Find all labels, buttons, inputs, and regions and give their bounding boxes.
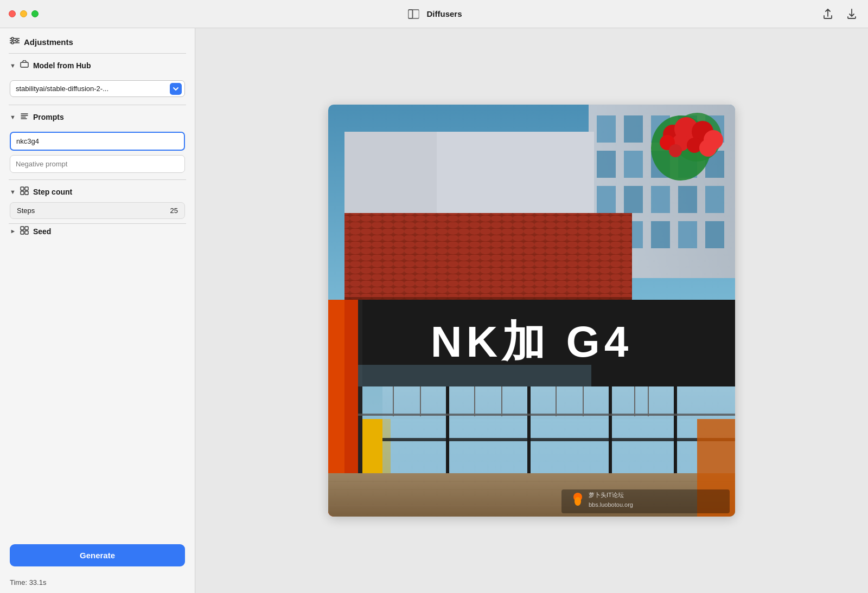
traffic-lights <box>9 10 39 17</box>
step-count-chevron-icon: ▼ <box>10 189 16 195</box>
svg-rect-48 <box>651 221 670 248</box>
svg-rect-12 <box>21 62 28 67</box>
generate-button[interactable]: Generate <box>10 544 185 566</box>
svg-rect-64 <box>344 213 632 300</box>
svg-rect-0 <box>408 10 412 18</box>
negative-prompt-input[interactable] <box>10 155 185 173</box>
prompts-icon <box>20 112 29 122</box>
model-selector-container: stabilityai/stable-diffusion-2-...runway… <box>0 80 195 105</box>
svg-rect-78 <box>358 414 735 416</box>
svg-rect-37 <box>624 151 643 178</box>
sidebar-toggle-button[interactable] <box>406 7 421 21</box>
svg-text:NK加 G4: NK加 G4 <box>431 318 633 366</box>
svg-text:萝卜头IT论坛: 萝卜头IT论坛 <box>589 492 624 498</box>
svg-rect-44 <box>678 186 697 213</box>
svg-point-59 <box>699 139 717 157</box>
prompts-collapsible-header[interactable]: ▼ Prompts <box>10 112 185 122</box>
svg-rect-24 <box>25 231 28 234</box>
model-select-wrapper: stabilityai/stable-diffusion-2-...runway… <box>10 80 185 97</box>
svg-rect-19 <box>21 191 24 195</box>
model-select[interactable]: stabilityai/stable-diffusion-2-...runway… <box>10 80 185 97</box>
sidebar: Adjustments ▼ Model from Hub stabilityai… <box>0 28 195 593</box>
seed-section-title: Seed <box>33 227 51 236</box>
steps-row: Steps 25 <box>10 202 185 219</box>
download-icon <box>846 8 857 20</box>
model-chevron-icon: ▼ <box>10 62 16 69</box>
svg-rect-50 <box>705 221 724 248</box>
step-count-icon <box>20 186 29 197</box>
step-count-section-title: Step count <box>33 188 72 196</box>
svg-point-61 <box>669 144 682 157</box>
prompt-input[interactable] <box>10 132 185 151</box>
svg-rect-32 <box>624 115 643 143</box>
seed-chevron-icon: ▼ <box>9 228 16 234</box>
sidebar-toggle-icon <box>408 9 419 19</box>
svg-rect-20 <box>25 191 28 195</box>
svg-rect-1 <box>408 10 419 18</box>
svg-rect-41 <box>597 186 616 213</box>
main-layout: Adjustments ▼ Model from Hub stabilityai… <box>0 28 868 593</box>
svg-rect-31 <box>597 115 616 143</box>
titlebar: Diffusers <box>0 0 868 28</box>
prompts-inputs <box>0 132 195 179</box>
adjustments-header: Adjustments <box>0 28 195 53</box>
sidebar-spacer <box>0 248 195 536</box>
svg-rect-18 <box>25 187 28 190</box>
seed-icon <box>20 226 29 236</box>
step-count-collapsible-header[interactable]: ▼ Step count <box>10 186 185 197</box>
svg-point-5 <box>11 42 14 44</box>
svg-rect-22 <box>25 227 28 230</box>
svg-point-3 <box>11 37 14 40</box>
generated-image: NK加 G4 <box>328 105 735 517</box>
share-button[interactable] <box>820 6 835 22</box>
seed-group: ▼ Seed <box>0 224 195 248</box>
minimize-button[interactable] <box>20 10 27 17</box>
titlebar-actions <box>820 6 859 22</box>
svg-rect-98 <box>358 365 591 386</box>
steps-value: 25 <box>170 207 178 215</box>
seed-collapsible-header[interactable]: ▼ Seed <box>10 226 185 236</box>
svg-rect-42 <box>624 186 643 213</box>
generated-image-svg: NK加 G4 <box>328 105 735 517</box>
model-collapsible-header[interactable]: ▼ Model from Hub <box>10 60 185 70</box>
svg-rect-77 <box>382 438 735 441</box>
prompts-section-title: Prompts <box>33 113 64 121</box>
app-title: Diffusers <box>426 9 462 18</box>
step-count-group: ▼ Step count Steps 25 <box>0 180 195 223</box>
svg-rect-93 <box>561 489 730 513</box>
model-group: ▼ Model from Hub <box>0 54 195 80</box>
generated-image-container: NK加 G4 <box>328 105 735 517</box>
maximize-button[interactable] <box>31 10 39 17</box>
steps-label: Steps <box>17 207 35 215</box>
svg-rect-36 <box>597 151 616 178</box>
prompts-group: ▼ Prompts <box>0 105 195 132</box>
titlebar-center: Diffusers <box>406 7 462 21</box>
svg-rect-49 <box>678 221 697 248</box>
svg-rect-45 <box>705 186 724 213</box>
close-button[interactable] <box>9 10 16 17</box>
adjustments-icon <box>10 36 20 48</box>
prompts-chevron-icon: ▼ <box>10 114 16 120</box>
model-icon <box>20 60 29 70</box>
share-icon <box>822 8 833 20</box>
adjustments-title: Adjustments <box>24 37 73 47</box>
svg-point-4 <box>16 40 18 42</box>
time-label: Time: 33.1s <box>0 575 195 593</box>
svg-text:bbs.luobotou.org: bbs.luobotou.org <box>589 501 633 508</box>
model-section-title: Model from Hub <box>33 61 91 70</box>
svg-rect-17 <box>21 187 24 190</box>
svg-rect-43 <box>651 186 670 213</box>
content-area: NK加 G4 <box>195 28 868 593</box>
generate-btn-container: Generate <box>0 536 195 575</box>
download-button[interactable] <box>844 6 859 22</box>
svg-rect-23 <box>21 231 24 234</box>
svg-point-95 <box>575 497 581 506</box>
svg-rect-21 <box>21 227 24 230</box>
